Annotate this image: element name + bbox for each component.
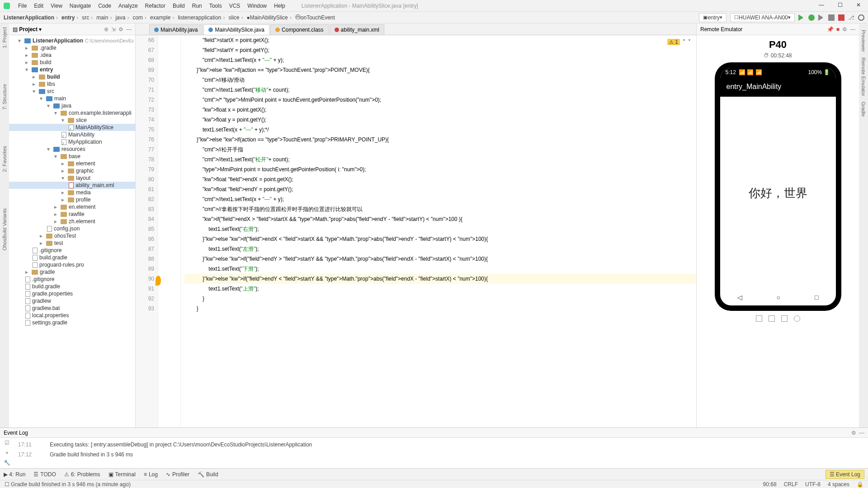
crumb-src[interactable]: src	[82, 14, 94, 21]
tab-run[interactable]: ▶ 4: Run	[4, 471, 25, 478]
tool-remote-emu[interactable]: Remote Emulator	[861, 55, 866, 99]
menu-refactor[interactable]: Refactor	[142, 3, 169, 9]
log-controls: ☑ ⌖ 🔧	[0, 438, 14, 468]
log-row: 17:12Gradle build finished in 3 s 946 ms	[18, 450, 863, 460]
module-selector[interactable]: ▣ entry ▾	[699, 13, 726, 22]
vcs-icon[interactable]: ⎇	[848, 14, 854, 21]
coverage-icon[interactable]	[818, 14, 825, 21]
menu-help[interactable]: Help	[270, 3, 289, 9]
tab-ability-xml[interactable]: ability_main.xml	[330, 24, 384, 35]
log-wrench-icon[interactable]: 🔧	[4, 460, 10, 466]
log-filter-icon[interactable]: ⌖	[5, 450, 9, 456]
crumb-slice[interactable]: slice	[228, 14, 245, 21]
menu-tools[interactable]: Tools	[206, 3, 226, 9]
menu-vcs[interactable]: VCS	[226, 3, 244, 9]
search-icon[interactable]	[858, 14, 864, 21]
shake-icon[interactable]	[769, 315, 775, 322]
tab-profiler[interactable]: ∿ Profiler	[166, 471, 189, 478]
crumb-entry[interactable]: entry	[61, 14, 80, 21]
left-tool-strip: 1: Project 7: Structure 2: Favorites Oho…	[0, 23, 9, 427]
device-timer: ⏱ 00:52:48	[764, 52, 792, 59]
hide-emu-icon[interactable]: —	[850, 26, 855, 33]
event-log-title: Event Log	[4, 430, 28, 436]
status-line: ☐ Gradle build finished in 3 s 946 ms (a…	[0, 480, 868, 488]
home-icon[interactable]: ○	[777, 294, 780, 301]
tab-problems[interactable]: ⚠ 6: Problems	[64, 471, 100, 478]
menu-edit[interactable]: Edit	[30, 3, 47, 9]
tab-mainabilityslice[interactable]: MainAbilitySlice.java	[203, 24, 269, 35]
stop-red-icon[interactable]	[838, 14, 844, 21]
log-row: 17:11Executing tasks: [:entry:assembleDe…	[18, 440, 863, 450]
tool-gradle[interactable]: Gradle	[861, 99, 866, 119]
app-content[interactable]: 你好，世界	[720, 97, 836, 289]
lock-icon[interactable]: 🔒	[857, 481, 863, 488]
back-ctl-icon[interactable]	[781, 315, 788, 322]
phone-frame: 5:12 📶 📶 📶 100% 🔋 entry_MainAbility 你好，世…	[715, 62, 841, 311]
circle-ctl-icon[interactable]	[794, 315, 800, 322]
run-icon[interactable]	[798, 14, 805, 21]
chevron-up-icon[interactable]: ˄	[683, 39, 685, 45]
editor-tabs: MainAbility.java MainAbilitySlice.java C…	[136, 23, 696, 35]
tool-previewer[interactable]: Previewer	[861, 27, 866, 55]
event-log-panel: Event Log ⚙— ☑ ⌖ 🔧 17:11Executing tasks:…	[0, 427, 868, 468]
menu-analyze[interactable]: Analyze	[115, 3, 142, 9]
tab-terminal[interactable]: ▣ Terminal	[108, 471, 136, 478]
tool-project[interactable]: 1: Project	[2, 27, 7, 48]
minimize-icon[interactable]: —	[815, 2, 828, 8]
line-sep[interactable]: CRLF	[784, 481, 798, 488]
menu-file[interactable]: File	[14, 3, 30, 9]
tab-build[interactable]: 🔨 Build	[198, 471, 218, 478]
pin-icon[interactable]: 📌	[827, 26, 834, 33]
tab-component[interactable]: Component.class	[270, 24, 329, 35]
crumb-method[interactable]: ⓜ onTouchEvent	[295, 14, 335, 21]
expand-icon[interactable]: ⇲	[111, 26, 116, 33]
status-text: Gradle build finished in 3 s 946 ms (a m…	[11, 481, 131, 488]
crumb-com[interactable]: com	[132, 14, 148, 21]
crumb-pkg[interactable]: listenerapplication	[178, 14, 226, 21]
tool-structure[interactable]: 7: Structure	[2, 84, 7, 110]
back-icon[interactable]: ◁	[737, 294, 742, 301]
menu-window[interactable]: Window	[244, 3, 270, 9]
tab-event-log[interactable]: ☰ Event Log	[826, 470, 864, 479]
log-check-icon[interactable]: ☑	[5, 440, 9, 446]
menu-view[interactable]: View	[47, 3, 66, 9]
source-view[interactable]: ⚠ 1˄˅ "field">startX = point.getX(); "fi…	[181, 35, 696, 427]
hide-icon[interactable]: —	[126, 26, 132, 33]
crumb-main[interactable]: main	[96, 14, 113, 21]
indent[interactable]: 4 spaces	[828, 481, 849, 488]
menu-build[interactable]: Build	[169, 3, 189, 9]
crumb-example[interactable]: example	[150, 14, 176, 21]
gear-emu-icon[interactable]: ⚙	[842, 26, 847, 33]
app-logo-icon	[4, 3, 10, 9]
warning-badge[interactable]: ⚠ 1	[667, 39, 680, 45]
code-area[interactable]: 6667686970717273747576777879808182838485…	[136, 35, 696, 427]
stop-icon[interactable]	[828, 14, 835, 21]
tool-favorites[interactable]: 2: Favorites	[2, 146, 7, 172]
chevron-down-icon[interactable]: ˅	[688, 39, 691, 45]
tool-ohos[interactable]: OhosBuild Variants	[2, 208, 7, 250]
locate-icon[interactable]: ⊕	[104, 26, 108, 33]
crumb-class[interactable]: ● MainAbilitySlice	[247, 14, 293, 21]
stop-emu-icon[interactable]: ■	[836, 26, 840, 33]
project-combo[interactable]: ▤ Project ▾	[13, 26, 42, 33]
bottom-tool-bar: ▶ 4: Run ☰ TODO ⚠ 6: Problems ▣ Terminal…	[0, 468, 868, 480]
event-hide-icon[interactable]: —	[859, 430, 864, 436]
device-selector[interactable]: ☐ HUAWEI ANA-AN00 ▾	[730, 13, 795, 22]
crumb-root[interactable]: ListenerApplication	[4, 14, 60, 21]
menu-run[interactable]: Run	[189, 3, 206, 9]
tab-log[interactable]: ≡ Log	[144, 471, 158, 478]
recent-icon[interactable]: □	[815, 294, 818, 301]
tab-mainability[interactable]: MainAbility.java	[149, 24, 203, 35]
crumb-java[interactable]: java	[115, 14, 131, 21]
project-tree[interactable]: ListenerApplication C:\Users\moon\DevEc …	[9, 35, 135, 427]
rotate-icon[interactable]	[756, 315, 762, 322]
tab-todo[interactable]: ☰ TODO	[33, 471, 56, 478]
menu-navigate[interactable]: Navigate	[66, 3, 94, 9]
debug-icon[interactable]	[808, 14, 815, 21]
gear-icon[interactable]: ⚙	[118, 26, 123, 33]
encoding[interactable]: UTF-8	[805, 481, 821, 488]
menu-code[interactable]: Code	[94, 3, 115, 9]
close-icon[interactable]: ✕	[853, 2, 864, 8]
maximize-icon[interactable]: ☐	[834, 2, 846, 8]
event-gear-icon[interactable]: ⚙	[851, 430, 856, 436]
